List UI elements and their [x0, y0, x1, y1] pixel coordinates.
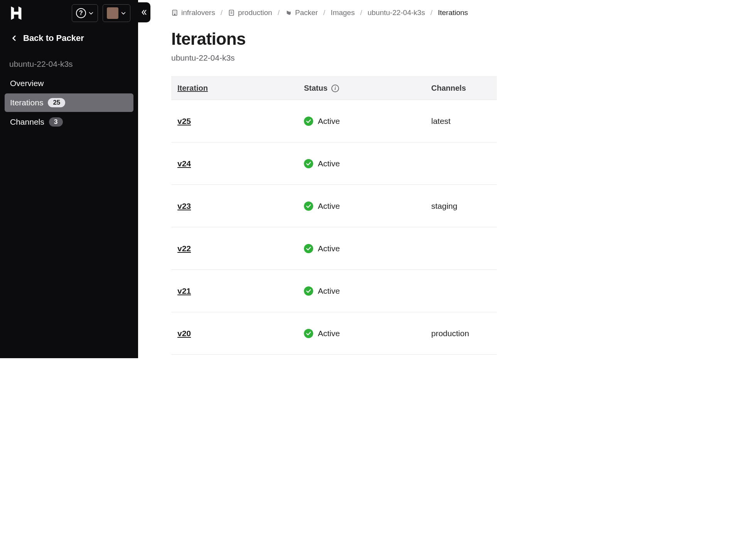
- cell-status: Active: [298, 237, 425, 260]
- help-icon: ?: [76, 8, 86, 18]
- page-subtitle: ubuntu-22-04-k3s: [171, 53, 497, 63]
- svg-rect-0: [172, 10, 177, 15]
- cell-iteration: v25: [171, 110, 298, 133]
- status-active-icon: [304, 329, 313, 338]
- breadcrumb-separator: /: [278, 8, 280, 17]
- breadcrumb-separator: /: [323, 8, 325, 17]
- cell-channels: [425, 157, 497, 171]
- channels-count-badge: 3: [49, 117, 63, 127]
- status-label: Active: [318, 201, 340, 211]
- chevron-down-icon: [88, 10, 94, 16]
- breadcrumb-label: infralovers: [181, 8, 215, 17]
- breadcrumb-image-name[interactable]: ubuntu-22-04-k3s: [368, 8, 425, 17]
- cell-channels: [425, 284, 497, 298]
- avatar: [107, 7, 118, 19]
- sidebar-item-overview[interactable]: Overview: [5, 74, 133, 93]
- breadcrumb-label: Images: [331, 8, 354, 17]
- table-row: v24 Active: [171, 142, 497, 185]
- table-body: v25 Active latest v24 Active v23 Act: [171, 100, 497, 355]
- sidebar-item-channels[interactable]: Channels 3: [5, 113, 133, 131]
- cell-status: Active: [298, 279, 425, 303]
- cell-status: Active: [298, 110, 425, 133]
- packer-icon: [285, 9, 292, 16]
- status-active-icon: [304, 286, 313, 296]
- back-label: Back to Packer: [23, 33, 84, 43]
- breadcrumb-label: ubuntu-22-04-k3s: [368, 8, 425, 17]
- table-row: v22 Active: [171, 227, 497, 270]
- breadcrumb-label: Packer: [295, 8, 318, 17]
- status-label: Active: [318, 329, 340, 338]
- table-row: v23 Active staging: [171, 185, 497, 227]
- breadcrumb: infralovers / production / Packer / Imag…: [171, 8, 497, 17]
- org-icon: [171, 9, 178, 16]
- status-active-icon: [304, 201, 313, 211]
- iteration-link[interactable]: v21: [177, 286, 191, 295]
- table-row: v25 Active latest: [171, 100, 497, 142]
- collapse-sidebar-button[interactable]: [137, 2, 150, 22]
- column-header-status: Status i: [298, 77, 425, 100]
- user-menu-button[interactable]: [103, 4, 130, 22]
- breadcrumb-separator: /: [430, 8, 432, 17]
- sidebar-item-label: Iterations: [10, 98, 43, 107]
- column-header-channels: Channels: [425, 77, 497, 100]
- status-active-icon: [304, 244, 313, 253]
- iteration-link[interactable]: v24: [177, 159, 191, 168]
- iterations-count-badge: 25: [48, 98, 65, 107]
- chevron-left-icon: [11, 35, 18, 42]
- hashicorp-logo-icon[interactable]: [7, 4, 25, 22]
- breadcrumb-separator: /: [360, 8, 362, 17]
- project-icon: [228, 9, 235, 16]
- status-active-icon: [304, 117, 313, 126]
- iteration-link[interactable]: v20: [177, 329, 191, 338]
- breadcrumb-separator: /: [221, 8, 223, 17]
- table-header-row: Iteration Status i Channels: [171, 77, 497, 100]
- sidebar-item-label: Overview: [10, 79, 44, 88]
- svg-rect-1: [229, 10, 233, 15]
- cell-status: Active: [298, 152, 425, 175]
- sidebar: ? Back to Packer ubuntu-22-04-k3s Overvi…: [0, 0, 138, 358]
- sidebar-item-label: Channels: [10, 117, 44, 127]
- info-icon[interactable]: i: [331, 85, 339, 92]
- cell-channels: staging: [425, 195, 497, 218]
- cell-iteration: v23: [171, 195, 298, 218]
- breadcrumb-packer[interactable]: Packer: [285, 8, 318, 17]
- hashicorp-logo-svg: [7, 4, 25, 22]
- back-to-packer-link[interactable]: Back to Packer: [0, 26, 138, 52]
- breadcrumb-project[interactable]: production: [228, 8, 272, 17]
- help-menu-button[interactable]: ?: [72, 4, 98, 22]
- status-label: Active: [318, 286, 340, 296]
- status-label: Active: [318, 244, 340, 253]
- cell-status: Active: [298, 195, 425, 218]
- chevron-down-icon: [121, 10, 126, 16]
- cell-iteration: v22: [171, 237, 298, 260]
- breadcrumb-current: Iterations: [438, 8, 468, 17]
- page-title: Iterations: [171, 29, 497, 49]
- iteration-link[interactable]: v22: [177, 244, 191, 253]
- main-content: infralovers / production / Packer / Imag…: [138, 0, 497, 358]
- column-header-iteration[interactable]: Iteration: [171, 77, 298, 100]
- cell-iteration: v21: [171, 279, 298, 303]
- cell-iteration: v20: [171, 322, 298, 345]
- sidebar-header: ?: [0, 0, 138, 26]
- status-active-icon: [304, 159, 313, 168]
- sidebar-item-iterations[interactable]: Iterations 25: [5, 93, 133, 112]
- status-label: Active: [318, 117, 340, 126]
- iteration-link[interactable]: v23: [177, 201, 191, 210]
- sidebar-section-title: ubuntu-22-04-k3s: [0, 52, 138, 73]
- status-label: Active: [318, 159, 340, 168]
- cell-channels: production: [425, 322, 497, 345]
- iteration-link[interactable]: v25: [177, 117, 191, 125]
- cell-channels: [425, 242, 497, 256]
- sidebar-nav: Overview Iterations 25 Channels 3: [0, 73, 138, 134]
- chevron-double-left-icon: [140, 9, 147, 16]
- cell-channels: latest: [425, 110, 497, 133]
- breadcrumb-images[interactable]: Images: [331, 8, 354, 17]
- table-row: v20 Active production: [171, 312, 497, 355]
- cell-iteration: v24: [171, 152, 298, 175]
- iterations-table: Iteration Status i Channels v25 Active l…: [171, 76, 497, 355]
- breadcrumb-org[interactable]: infralovers: [171, 8, 215, 17]
- breadcrumb-label: production: [238, 8, 272, 17]
- cell-status: Active: [298, 322, 425, 345]
- breadcrumb-label: Iterations: [438, 8, 468, 17]
- table-row: v21 Active: [171, 270, 497, 312]
